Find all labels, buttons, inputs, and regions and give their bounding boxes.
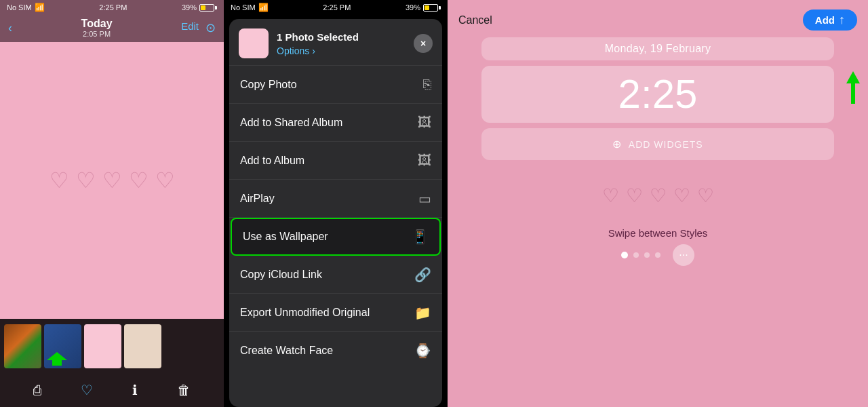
share-sheet: 1 Photo Selected Options › × Copy Photo … [229,19,442,407]
thumbnail-strip [0,319,224,373]
lock-heart-2: ♡ [626,185,643,207]
copy-photo-label: Copy Photo [240,79,297,91]
lock-date: Monday, 19 February [605,43,711,54]
share-thumbnail [239,28,269,58]
left-status-bar: No SIM 📶 2:25 PM 39% [0,0,224,14]
options-label: Options [277,45,309,56]
left-wifi-icon: 📶 [35,3,45,12]
menu-item-add-album[interactable]: Add to Album 🖼 [229,142,442,180]
export-label: Export Unmodified Original [240,307,370,319]
thumb-1[interactable] [4,324,41,368]
shared-album-icon: 🖼 [418,115,431,130]
close-button[interactable]: × [414,34,433,53]
middle-panel: No SIM 📶 2:25 PM 39% 1 Photo Selected Op… [224,0,448,407]
left-nav-subtitle: 2:05 PM [81,30,113,38]
dot-4 [655,252,660,258]
menu-item-watch-face[interactable]: Create Watch Face ⌚ [229,332,442,370]
menu-item-add-shared-album[interactable]: Add to Shared Album 🖼 [229,104,442,142]
lock-hearts-row: ♡ ♡ ♡ ♡ ♡ [602,185,714,207]
left-status-left: No SIM 📶 [7,3,45,12]
heart-1: ♡ [50,168,69,193]
swipe-dots: ··· [621,244,694,266]
left-time: 2:25 PM [99,3,127,12]
left-nav-title: Today 2:05 PM [81,18,113,38]
lock-heart-4: ♡ [673,185,690,207]
menu-item-export[interactable]: Export Unmodified Original 📁 [229,294,442,332]
wallpaper-icon: 📱 [412,229,429,245]
middle-status-left: No SIM 📶 [231,3,269,12]
dot-2 [633,252,639,258]
add-widgets-icon: ⊕ [612,138,621,150]
delete-icon[interactable]: 🗑 [177,383,191,398]
icloud-link-icon: 🔗 [414,267,431,283]
share-header: 1 Photo Selected Options › × [229,19,442,66]
middle-battery-icon [423,4,441,12]
menu-item-wallpaper[interactable]: Use as Wallpaper 📱 [231,218,441,256]
hearts-row: ♡ ♡ ♡ ♡ ♡ [50,168,175,193]
options-button[interactable]: Options › [277,45,359,56]
close-icon: × [420,38,426,49]
menu-item-copy-photo[interactable]: Copy Photo ⎘ [229,66,442,104]
add-arrow-icon: ↑ [839,13,845,27]
add-button[interactable]: Add ↑ [803,9,857,31]
menu-item-icloud-link[interactable]: Copy iCloud Link 🔗 [229,256,442,294]
favorite-icon[interactable]: ♡ [81,382,93,398]
middle-carrier: No SIM [231,3,256,12]
share-title-col: 1 Photo Selected Options › [277,31,359,56]
left-carrier: No SIM [7,3,32,12]
right-panel: Cancel Add ↑ Monday, 19 February 2:25 ⊕ … [448,0,868,407]
left-nav-bar: ‹ Today 2:05 PM Edit ⊙ [0,14,224,42]
lock-widgets-box[interactable]: ⊕ ADD WIDGETS [481,128,834,160]
info-icon[interactable]: ℹ [132,382,138,398]
middle-time: 2:25 PM [323,3,351,12]
heart-4: ♡ [129,168,149,193]
middle-battery-pct: 39% [406,3,420,12]
airplay-icon: ▭ [418,191,431,207]
green-up-arrow-icon [846,71,860,104]
add-album-label: Add to Album [240,155,304,167]
middle-wifi-icon: 📶 [258,3,269,12]
watch-face-label: Create Watch Face [240,345,333,357]
lock-heart-5: ♡ [697,185,714,207]
copy-photo-icon: ⎘ [423,77,431,92]
left-nav-title-text: Today [81,18,113,30]
export-icon: 📁 [414,305,431,321]
green-arrow-icon [47,352,67,366]
icloud-link-label: Copy iCloud Link [240,269,322,281]
share-title: 1 Photo Selected [277,31,359,43]
share-icon[interactable]: ⎙ [33,383,41,398]
options-chevron-icon: › [312,45,315,56]
share-header-left: 1 Photo Selected Options › [239,28,359,58]
lock-heart-3: ♡ [650,185,667,207]
middle-status-bar: No SIM 📶 2:25 PM 39% [224,0,448,14]
heart-5: ♡ [155,168,175,193]
swipe-label: Swipe between Styles [608,227,708,239]
lock-time: 2:25 [492,74,823,115]
left-panel: No SIM 📶 2:25 PM 39% ‹ Today 2:05 PM Edi… [0,0,224,407]
left-nav-icons: Edit ⊙ [181,20,216,35]
menu-item-airplay[interactable]: AirPlay ▭ [229,180,442,218]
add-widgets-label: ADD WIDGETS [629,139,703,150]
thumb-3[interactable] [84,324,121,368]
dot-1 [621,252,628,258]
more-icon[interactable]: ⊙ [205,20,216,35]
left-back-icon[interactable]: ‹ [8,21,12,35]
lock-heart-1: ♡ [602,185,619,207]
lock-time-box: 2:25 [481,66,834,123]
airplay-label: AirPlay [240,193,275,205]
wallpaper-label: Use as Wallpaper [243,231,328,243]
menu-items-list: Copy Photo ⎘ Add to Shared Album 🖼 Add t… [229,66,442,407]
edit-button[interactable]: Edit [181,20,199,35]
middle-status-right: 39% [406,3,441,12]
right-top-bar: Cancel Add ↑ [448,0,868,37]
thumb-4[interactable] [124,324,161,368]
heart-2: ♡ [76,168,96,193]
heart-3: ♡ [102,168,122,193]
left-status-right: 39% [182,3,217,12]
add-shared-album-label: Add to Shared Album [240,117,342,129]
more-styles-button[interactable]: ··· [673,244,694,266]
cancel-button[interactable]: Cancel [458,14,492,26]
watch-face-icon: ⌚ [414,343,431,359]
dot-3 [644,252,650,258]
thumb-2[interactable] [44,324,81,368]
